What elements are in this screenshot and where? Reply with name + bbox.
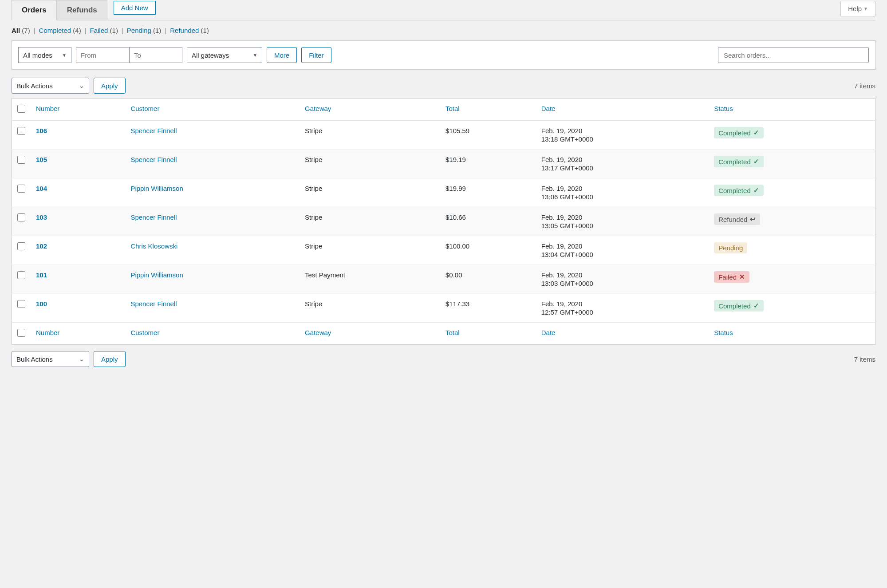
col-status-foot[interactable]: Status — [714, 329, 733, 336]
order-number-link[interactable]: 104 — [36, 185, 47, 192]
customer-link[interactable]: Spencer Finnell — [130, 300, 177, 308]
date-cell: Feb. 19, 202013:18 GMT+0000 — [536, 121, 709, 150]
table-row: 105Spencer FinnellStripe$19.19Feb. 19, 2… — [12, 150, 875, 178]
row-checkbox[interactable] — [17, 300, 25, 308]
row-checkbox[interactable] — [17, 271, 25, 279]
total-cell: $10.66 — [440, 207, 536, 236]
status-badge: Completed✓ — [714, 185, 764, 196]
order-number-link[interactable]: 103 — [36, 213, 47, 221]
date-cell: Feb. 19, 202013:06 GMT+0000 — [536, 178, 709, 207]
table-row: 102Chris KlosowskiStripe$100.00Feb. 19, … — [12, 236, 875, 265]
status-badge-label: Completed — [718, 302, 751, 310]
customer-link[interactable]: Spencer Finnell — [130, 156, 177, 163]
status-badge: Pending — [714, 242, 747, 253]
search-input[interactable] — [718, 47, 869, 63]
filter-link-label: Pending — [127, 27, 151, 34]
check-icon: ✓ — [753, 158, 759, 166]
filter-link-count: (1) — [151, 27, 162, 34]
x-icon: ✕ — [739, 273, 745, 281]
row-checkbox[interactable] — [17, 242, 25, 250]
filter-link-label: Completed — [39, 27, 71, 34]
filter-link-pending[interactable]: Pending (1) — [127, 27, 162, 34]
col-number[interactable]: Number — [36, 105, 59, 112]
table-row: 101Pippin WilliamsonTest Payment$0.00Feb… — [12, 265, 875, 294]
apply-button-bottom[interactable]: Apply — [94, 351, 126, 367]
select-all-checkbox[interactable] — [17, 105, 25, 113]
status-cell: Completed✓ — [709, 178, 875, 207]
date-cell: Feb. 19, 202012:57 GMT+0000 — [536, 294, 709, 323]
customer-link[interactable]: Pippin Williamson — [130, 271, 183, 279]
more-filters-button[interactable]: More — [267, 47, 297, 63]
date-from-input[interactable] — [76, 47, 129, 63]
gateways-select-label: All gateways — [192, 51, 229, 59]
order-number-link[interactable]: 105 — [36, 156, 47, 163]
col-customer-foot[interactable]: Customer — [130, 329, 159, 336]
bulk-actions-label: Bulk Actions — [16, 355, 53, 363]
order-number-link[interactable]: 101 — [36, 271, 47, 279]
filter-button[interactable]: Filter — [301, 47, 331, 63]
filter-link-failed[interactable]: Failed (1) — [90, 27, 118, 34]
col-total[interactable]: Total — [445, 105, 460, 112]
row-checkbox[interactable] — [17, 127, 25, 135]
tab-refunds[interactable]: Refunds — [57, 0, 107, 20]
customer-link[interactable]: Spencer Finnell — [130, 127, 177, 134]
col-gateway-foot[interactable]: Gateway — [305, 329, 331, 336]
status-badge: Completed✓ — [714, 300, 764, 312]
col-date-foot[interactable]: Date — [541, 329, 556, 336]
undo-icon: ↩ — [750, 215, 756, 223]
add-new-button[interactable]: Add New — [114, 1, 156, 15]
row-checkbox[interactable] — [17, 213, 25, 221]
status-badge: Failed✕ — [714, 271, 749, 283]
total-cell: $19.99 — [440, 178, 536, 207]
customer-link[interactable]: Pippin Williamson — [130, 185, 183, 192]
items-count: 7 items — [854, 82, 875, 90]
gateways-select[interactable]: All gateways ▼ — [187, 47, 262, 63]
row-checkbox[interactable] — [17, 185, 25, 193]
tab-orders[interactable]: Orders — [12, 0, 57, 20]
filter-link-all[interactable]: All (7) — [12, 27, 30, 34]
filter-link-count: (1) — [108, 27, 118, 34]
select-all-checkbox-bottom[interactable] — [17, 329, 25, 337]
chevron-down-icon: ⌄ — [79, 82, 84, 89]
status-cell: Completed✓ — [709, 294, 875, 323]
bulk-actions-select-bottom[interactable]: Bulk Actions ⌄ — [12, 351, 89, 367]
gateway-cell: Test Payment — [300, 265, 440, 294]
bulk-actions-label: Bulk Actions — [16, 82, 53, 90]
col-status[interactable]: Status — [714, 105, 733, 112]
row-checkbox[interactable] — [17, 156, 25, 164]
total-cell: $100.00 — [440, 236, 536, 265]
date-cell: Feb. 19, 202013:05 GMT+0000 — [536, 207, 709, 236]
chevron-down-icon: ⌄ — [79, 355, 84, 363]
apply-button[interactable]: Apply — [94, 78, 126, 94]
col-number-foot[interactable]: Number — [36, 329, 59, 336]
status-cell: Completed✓ — [709, 150, 875, 178]
chevron-down-icon: ▼ — [253, 53, 257, 58]
help-button[interactable]: Help ▼ — [840, 1, 875, 16]
gateway-cell: Stripe — [300, 150, 440, 178]
table-row: 104Pippin WilliamsonStripe$19.99Feb. 19,… — [12, 178, 875, 207]
customer-link[interactable]: Spencer Finnell — [130, 213, 177, 221]
filter-link-count: (7) — [20, 27, 30, 34]
date-to-input[interactable] — [129, 47, 182, 63]
customer-link[interactable]: Chris Klosowski — [130, 242, 177, 250]
order-number-link[interactable]: 102 — [36, 242, 47, 250]
col-customer[interactable]: Customer — [130, 105, 159, 112]
gateway-cell: Stripe — [300, 121, 440, 150]
table-row: 106Spencer FinnellStripe$105.59Feb. 19, … — [12, 121, 875, 150]
filter-link-label: Failed — [90, 27, 108, 34]
chevron-down-icon: ▼ — [863, 6, 868, 11]
modes-select[interactable]: All modes ▼ — [18, 47, 71, 63]
col-gateway[interactable]: Gateway — [305, 105, 331, 112]
status-badge-label: Completed — [718, 129, 751, 137]
date-range — [76, 47, 182, 63]
order-number-link[interactable]: 100 — [36, 300, 47, 308]
status-badge-label: Failed — [718, 273, 737, 281]
filter-link-refunded[interactable]: Refunded (1) — [170, 27, 209, 34]
filter-link-completed[interactable]: Completed (4) — [39, 27, 81, 34]
filter-link-label: Refunded — [170, 27, 199, 34]
col-total-foot[interactable]: Total — [445, 329, 460, 336]
tabs: Orders Refunds Add New — [12, 0, 156, 20]
order-number-link[interactable]: 106 — [36, 127, 47, 134]
col-date[interactable]: Date — [541, 105, 556, 112]
bulk-actions-select[interactable]: Bulk Actions ⌄ — [12, 78, 89, 94]
